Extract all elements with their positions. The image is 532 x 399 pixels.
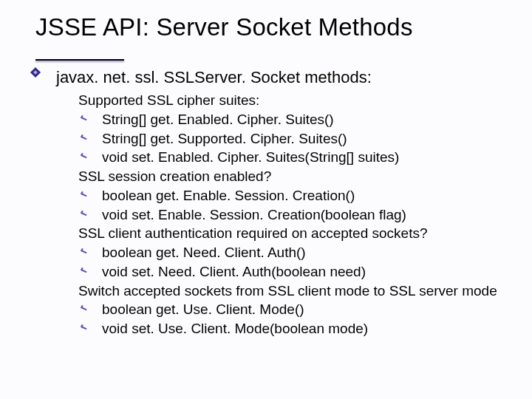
group-heading-text: Switch accepted sockets from SSL client …: [78, 282, 497, 300]
method-item: boolean get. Enable. Session. Creation(): [81, 187, 510, 205]
method-item: String[] get. Supported. Cipher. Suites(…: [81, 130, 510, 148]
groups-container: Supported SSL cipher suites:String[] get…: [58, 92, 510, 338]
method-item: boolean get. Use. Client. Mode(): [81, 301, 510, 318]
method-item-text: String[] get. Supported. Cipher. Suites(…: [102, 130, 347, 148]
method-item: void set. Enable. Session. Creation(bool…: [81, 206, 510, 224]
group-heading: Switch accepted sockets from SSL client …: [58, 282, 510, 300]
group-heading-text: Supported SSL cipher suites:: [78, 92, 259, 109]
method-item-text: boolean get. Use. Client. Mode(): [102, 301, 304, 318]
method-item: void set. Need. Client. Auth(boolean nee…: [81, 263, 510, 281]
method-item: void set. Enabled. Cipher. Suites(String…: [81, 149, 510, 166]
method-item-text: void set. Enabled. Cipher. Suites(String…: [102, 149, 399, 166]
method-item: boolean get. Need. Client. Auth(): [81, 244, 510, 262]
main-point-text: javax. net. ssl. SSLServer. Socket metho…: [56, 68, 372, 87]
diamond-bullet-icon: [35, 72, 46, 83]
method-item: String[] get. Enabled. Cipher. Suites(): [81, 111, 510, 129]
title-underline: [35, 59, 124, 61]
method-item-text: boolean get. Enable. Session. Creation(): [102, 187, 355, 205]
group-heading: SSL session creation enabled?: [58, 168, 510, 185]
group-heading-text: SSL client authentication required on ac…: [78, 225, 428, 242]
method-item-text: void set. Use. Client. Mode(boolean mode…: [102, 320, 368, 338]
method-item: void set. Use. Client. Mode(boolean mode…: [81, 320, 510, 338]
method-item-text: boolean get. Need. Client. Auth(): [102, 244, 306, 262]
group-heading-text: SSL session creation enabled?: [78, 168, 271, 185]
method-item-text: String[] get. Enabled. Cipher. Suites(): [102, 111, 334, 129]
slide-title: JSSE API: Server Socket Methods: [35, 13, 510, 41]
method-item-text: void set. Enable. Session. Creation(bool…: [102, 206, 406, 224]
group-heading: Supported SSL cipher suites:: [58, 92, 510, 109]
main-point: javax. net. ssl. SSLServer. Socket metho…: [35, 68, 510, 87]
group-heading: SSL client authentication required on ac…: [58, 225, 510, 242]
method-item-text: void set. Need. Client. Auth(boolean nee…: [102, 263, 366, 281]
slide: JSSE API: Server Socket Methods javax. n…: [0, 0, 532, 399]
